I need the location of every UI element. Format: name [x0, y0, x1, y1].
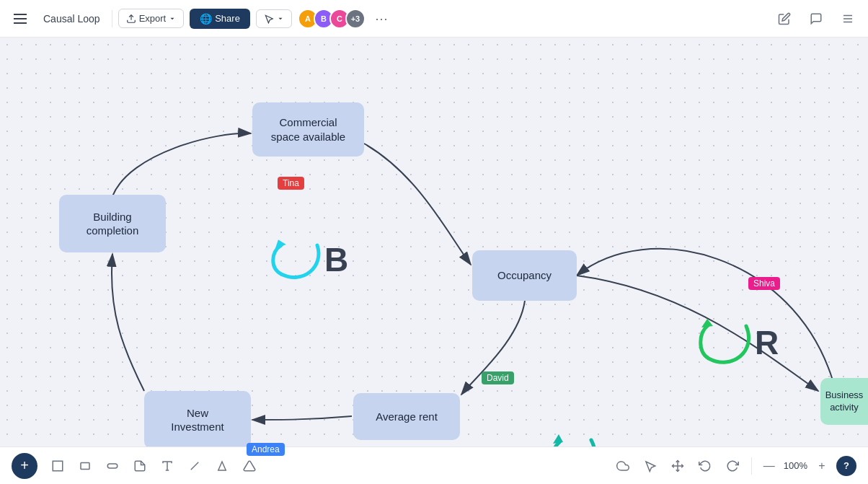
more-options-button[interactable]: ⋯ [371, 9, 391, 29]
frame-tool[interactable] [46, 454, 69, 478]
export-icon [126, 14, 136, 24]
diagram-canvas[interactable]: Commercialspace available Buildingcomple… [0, 38, 868, 484]
zoom-divider [751, 457, 752, 475]
bottom-toolbar: + [0, 446, 868, 484]
edit-icon[interactable] [773, 7, 796, 30]
zoom-level: 100% [784, 460, 807, 471]
loop-b-cyan: B [267, 231, 348, 289]
cursor-icon [264, 14, 274, 24]
badge-andrea: Andrea [247, 443, 285, 456]
chevron-down-icon [169, 15, 176, 22]
avatar-overflow[interactable]: +3 [345, 9, 366, 29]
node-occupancy[interactable]: Occupancy [472, 250, 577, 301]
line-tool[interactable] [183, 454, 206, 478]
svg-rect-10 [81, 462, 89, 469]
node-building-completion[interactable]: Buildingcompletion [59, 195, 166, 252]
bottom-right-controls: — 100% + ? [611, 454, 856, 478]
share-button[interactable]: 🌐 Share [190, 9, 250, 29]
svg-marker-6 [273, 238, 285, 249]
svg-rect-9 [53, 461, 63, 471]
loop-r-green: R [696, 312, 779, 373]
cloud-icon[interactable] [611, 454, 634, 478]
svg-marker-7 [701, 319, 713, 327]
loop-r-green-arrow [696, 312, 761, 373]
loop-r-green-letter: R [755, 323, 779, 362]
loop-b-cyan-letter: B [324, 240, 348, 279]
sticky-tool[interactable] [128, 454, 151, 478]
toolbar-right-actions [773, 7, 859, 30]
text-tool[interactable] [156, 454, 179, 478]
cursor-mode-button[interactable] [256, 9, 292, 28]
collaborators-avatars: A B C +3 [298, 9, 366, 29]
menu-button[interactable] [9, 7, 32, 30]
settings-icon[interactable] [836, 7, 859, 30]
rectangle-tool[interactable] [74, 454, 97, 478]
warning-tool[interactable] [238, 454, 261, 478]
globe-icon: 🌐 [200, 13, 212, 25]
triangle-tool[interactable] [211, 454, 234, 478]
node-business-activity[interactable]: Businessactivity [820, 378, 868, 425]
badge-david: David [482, 371, 514, 384]
divider-1 [112, 10, 112, 27]
diagram-tab[interactable]: Causal Loop [37, 10, 106, 27]
svg-marker-8 [553, 434, 563, 444]
badge-tina: Tina [278, 177, 304, 190]
node-new-investment[interactable]: NewInvestment [144, 391, 251, 449]
svg-line-14 [191, 462, 199, 470]
zoom-out-button[interactable]: — [759, 456, 779, 476]
node-average-rent[interactable]: Average rent [353, 393, 460, 440]
export-button[interactable]: Export [118, 9, 185, 28]
add-button[interactable]: + [12, 453, 37, 479]
zoom-in-button[interactable]: + [812, 456, 832, 476]
loop-b-cyan-arrow [267, 231, 332, 289]
top-toolbar: Causal Loop Export 🌐 Share A B C +3 ⋯ [0, 0, 868, 38]
move-icon[interactable] [666, 454, 689, 478]
pill-tool[interactable] [101, 454, 124, 478]
undo-button[interactable] [694, 454, 717, 478]
svg-rect-11 [107, 464, 118, 468]
node-commercial-space[interactable]: Commercialspace available [252, 102, 364, 157]
badge-shiva: Shiva [748, 277, 780, 290]
chevron-cursor-icon [277, 15, 284, 22]
comment-icon[interactable] [805, 7, 828, 30]
select-cursor-icon[interactable] [639, 454, 662, 478]
help-button[interactable]: ? [836, 456, 856, 476]
redo-button[interactable] [721, 454, 744, 478]
